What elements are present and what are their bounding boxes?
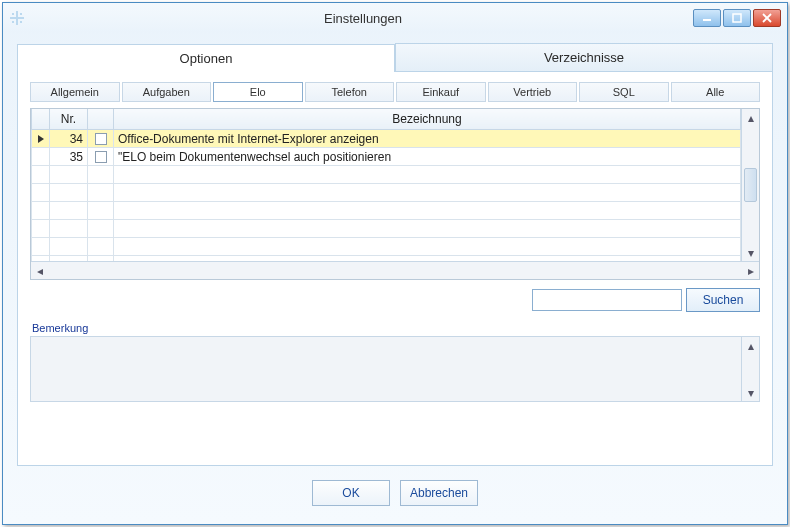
cell-nr[interactable]: 35 [50,148,88,166]
grid-horizontal-scrollbar[interactable]: ◂ ▸ [31,261,759,279]
table-row[interactable]: . [32,166,741,184]
dialog-footer: OK Abbrechen [17,466,773,516]
sub-tab-aufgaben[interactable]: Aufgaben [122,82,212,102]
remark-label: Bemerkung [32,322,760,334]
search-row: Suchen [30,288,760,312]
svg-rect-3 [20,13,22,15]
table-row[interactable]: . [32,220,741,238]
svg-rect-2 [12,13,14,15]
sub-tabs: AllgemeinAufgabenEloTelefonEinkaufVertri… [30,82,760,102]
svg-line-9 [763,14,771,22]
main-tab-optionen[interactable]: Optionen [17,44,395,72]
cancel-button[interactable]: Abbrechen [400,480,478,506]
sub-tab-allgemein[interactable]: Allgemein [30,82,120,102]
sub-tab-alle[interactable]: Alle [671,82,761,102]
remark-textarea[interactable] [31,337,741,401]
cell-bezeichnung[interactable]: Office-Dokumente mit Internet-Explorer a… [114,130,741,148]
app-icon [9,10,25,26]
tab-panel-optionen: AllgemeinAufgabenEloTelefonEinkaufVertri… [17,72,773,466]
search-button[interactable]: Suchen [686,288,760,312]
svg-rect-1 [10,17,24,19]
table-row[interactable]: . [32,202,741,220]
search-input[interactable] [532,289,682,311]
scroll-down-icon[interactable]: ▾ [742,384,759,401]
svg-rect-5 [20,21,22,23]
table-row[interactable]: 35"ELO beim Dokumentenwechsel auch posit… [32,148,741,166]
maximize-button[interactable] [723,9,751,27]
scroll-down-icon[interactable]: ▾ [742,244,759,261]
scroll-thumb[interactable] [744,168,757,202]
minimize-button[interactable] [693,9,721,27]
window-controls [693,9,781,27]
table-row[interactable]: . [32,184,741,202]
main-tab-verzeichnisse[interactable]: Verzeichnisse [395,43,773,71]
scroll-up-icon[interactable]: ▴ [742,337,759,354]
cell-checkbox[interactable] [88,148,114,166]
cell-bezeichnung[interactable]: "ELO beim Dokumentenwechsel auch positio… [114,148,741,166]
remark-scrollbar[interactable]: ▴ ▾ [741,337,759,401]
main-tabs: OptionenVerzeichnisse [17,43,773,72]
content-area: OptionenVerzeichnisse AllgemeinAufgabenE… [3,33,787,524]
cell-nr[interactable]: 34 [50,130,88,148]
grid-table[interactable]: Nr. Bezeichnung 34Office-Dokumente mit I… [31,109,741,261]
options-grid: Nr. Bezeichnung 34Office-Dokumente mit I… [30,108,760,280]
ok-button[interactable]: OK [312,480,390,506]
sub-tab-telefon[interactable]: Telefon [305,82,395,102]
svg-rect-7 [733,14,741,22]
table-row[interactable]: 34Office-Dokumente mit Internet-Explorer… [32,130,741,148]
close-button[interactable] [753,9,781,27]
col-checkbox[interactable] [88,109,114,130]
col-indicator [32,109,50,130]
table-row[interactable]: . [32,238,741,256]
scroll-left-icon[interactable]: ◂ [31,262,48,279]
sub-tab-elo[interactable]: Elo [213,82,303,102]
col-bezeichnung[interactable]: Bezeichnung [114,109,741,130]
grid-vertical-scrollbar[interactable]: ▴ ▾ [741,109,759,261]
scroll-right-icon[interactable]: ▸ [742,262,759,279]
settings-window: Einstellungen OptionenVerzeichnisse Allg… [2,2,788,525]
cell-checkbox[interactable] [88,130,114,148]
svg-rect-4 [12,21,14,23]
sub-tab-einkauf[interactable]: Einkauf [396,82,486,102]
scroll-up-icon[interactable]: ▴ [742,109,759,126]
row-indicator [32,130,50,148]
svg-line-8 [763,14,771,22]
titlebar: Einstellungen [3,3,787,33]
window-title: Einstellungen [33,11,693,26]
table-row[interactable]: . [32,256,741,262]
row-indicator [32,148,50,166]
col-nr[interactable]: Nr. [50,109,88,130]
remark-box: ▴ ▾ [30,336,760,402]
sub-tab-sql[interactable]: SQL [579,82,669,102]
sub-tab-vertrieb[interactable]: Vertrieb [488,82,578,102]
